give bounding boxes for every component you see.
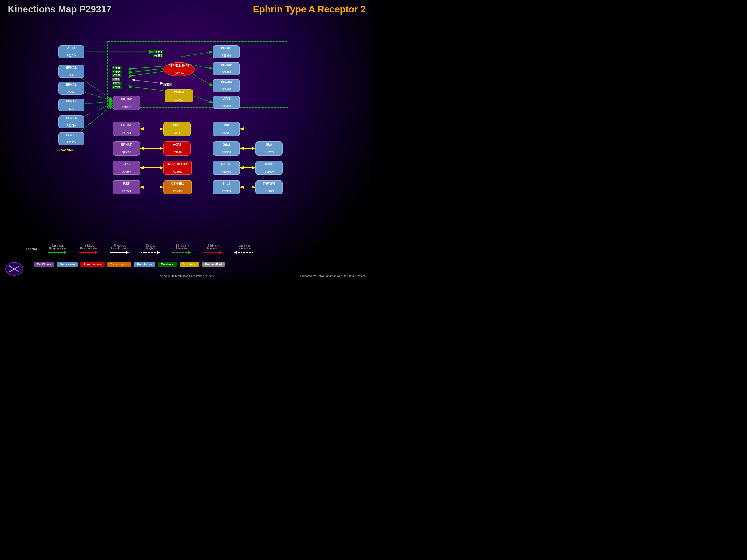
node-CDH5[interactable]: CDH5P33151 <box>163 122 191 136</box>
node-RASA1[interactable]: RASA1P20936 <box>213 161 240 175</box>
node-EPHA7[interactable]: EPHA7Q15357 <box>113 141 140 156</box>
node-Cbl[interactable]: CblP22681 <box>213 122 240 136</box>
node-Grb2[interactable]: Grb2P62993 <box>213 141 240 156</box>
site-y594: +Y594 <box>111 70 122 73</box>
title-right: Ephrin Type A Receptor 2 <box>253 4 366 15</box>
node-TNFAIP1[interactable]: TNFAIP1Q13829 <box>256 180 283 194</box>
background <box>0 0 374 280</box>
type-structural: Structural <box>180 262 200 267</box>
type-ser-kinase: Ser Kinase <box>57 262 78 267</box>
legend-item-inhib-int: InhibitoryInteraction <box>201 244 227 254</box>
type-regulatory: Regulatory <box>134 262 155 267</box>
node-PIK3R1[interactable]: PIK3R1P27986 <box>213 45 240 58</box>
node-EFNA5[interactable]: EFNA5P52803 <box>58 132 84 145</box>
node-INPPL1[interactable]: INPPL1/SHIP2O15357 <box>163 161 192 175</box>
node-CTNNB1[interactable]: CTNNB1P35222 <box>163 180 192 194</box>
legend-item-dephos: Dephos-phorylation <box>138 244 164 254</box>
legend-item-stim-phos: StimulatoryPhosphorylation <box>45 244 71 254</box>
node-VAV1[interactable]: VAV1P15498 <box>213 96 240 109</box>
type-transcription: Transcription <box>107 262 131 267</box>
node-CLDN4[interactable]: CLDN4O14493 <box>165 89 193 102</box>
site-y542: +Y542 <box>153 50 163 53</box>
footer-right: Prepared by Sofya Langman and Dr. Steven… <box>300 274 366 277</box>
node-EPHA1[interactable]: EPHA1P21709 <box>113 122 140 136</box>
site-y208: Y208 <box>163 83 172 86</box>
node-ACP1[interactable]: ACP1P24666 <box>163 141 191 156</box>
node-EFNA4[interactable]: EFNA4P52798 <box>58 115 84 128</box>
ligands-label: LIGANDS <box>58 148 74 152</box>
type-unclassified: Unclassified <box>202 262 225 267</box>
type-metabolic: Metabolic <box>158 262 177 267</box>
logo <box>5 262 23 276</box>
legend-row: Legend StimulatoryPhosphorylation Inhibi… <box>26 244 366 254</box>
type-phosphatase: Phosphatase <box>80 262 104 267</box>
site-y735: +Y735 <box>111 74 122 77</box>
legend-title: Legend <box>26 247 37 251</box>
node-PIK3R2[interactable]: PIK3R2O00459 <box>213 62 240 75</box>
legend-item-stim-int: StimulatoryInteraction <box>170 244 195 254</box>
site-y580: +Y580 <box>153 54 163 57</box>
legend-area: Legend StimulatoryPhosphorylation Inhibi… <box>26 244 366 254</box>
site-y588: +Y588 <box>111 66 122 70</box>
node-RET[interactable]: RETP07949 <box>113 180 140 194</box>
node-PTK2[interactable]: PTK2Q05397 <box>113 161 140 175</box>
node-SLA[interactable]: SLAQ13239 <box>256 141 283 156</box>
node-EFNA3[interactable]: EFNA3P52797 <box>58 99 84 111</box>
title-left: Kinections Map P29317 <box>8 4 111 15</box>
node-EPHA2[interactable]: EPHA2P29317 <box>113 96 140 110</box>
legend-item-undef-phos: UndefinedPhosphorylation <box>107 244 133 254</box>
legend-item-inhib-phos: InhibitoryPhosphorylation <box>76 244 102 254</box>
node-TIAM1[interactable]: TIAM1Q13009 <box>256 161 283 175</box>
node-AKT1[interactable]: AKT1P31749 <box>58 45 84 58</box>
type-tyr-kinase: Tyr Kinase <box>34 262 54 267</box>
type-legend: Tyr Kinase Ser Kinase Phosphatase Transc… <box>34 262 366 267</box>
legend-item-undef-int: UndefinedInteraction <box>232 244 258 254</box>
site-s897: +S897 <box>111 82 122 85</box>
node-EFNA2[interactable]: EFNA2O43921 <box>58 82 84 95</box>
site-y772: Y772 <box>111 78 120 81</box>
header: Kinections Map P29317 Ephrin Type A Rece… <box>0 0 374 19</box>
site-y930: +Y930 <box>111 85 122 89</box>
node-PIK3R3[interactable]: PIK3R3Q92569 <box>213 79 240 92</box>
node-PTPN11[interactable]: PTPN11/SHP2Q06124 <box>163 62 195 77</box>
node-Shc1[interactable]: Shc1P29353 <box>213 180 240 194</box>
node-EFNA1[interactable]: EFNA1P20827 <box>58 65 84 78</box>
